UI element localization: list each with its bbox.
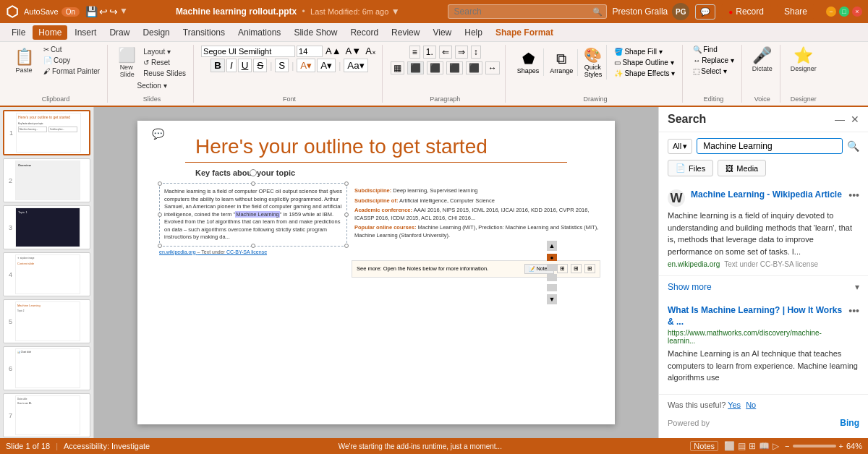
- menu-design[interactable]: Design: [137, 25, 175, 40]
- cut-button[interactable]: ✂ Cut: [41, 45, 103, 54]
- reading-view-icon[interactable]: 📖: [759, 441, 770, 451]
- slide-thumb-1[interactable]: 1 Here's your outline to get started Key…: [3, 110, 90, 155]
- font-size-input[interactable]: [297, 46, 323, 57]
- menu-transitions[interactable]: Transitions: [177, 25, 231, 40]
- align-center-button[interactable]: ⬛: [427, 61, 443, 74]
- mathworks-more-button[interactable]: •••: [848, 305, 859, 317]
- clear-format-button[interactable]: Aₓ: [364, 45, 378, 57]
- menu-shapeformat[interactable]: Shape Format: [490, 25, 559, 40]
- copy-button[interactable]: 📄 Copy: [41, 56, 103, 65]
- shape-outline-button[interactable]: ▭ Shape Outline ▾: [611, 58, 678, 67]
- text-direction-button[interactable]: ↔: [485, 61, 500, 74]
- table-icon-2[interactable]: ⊞: [571, 264, 582, 273]
- minimize-button[interactable]: −: [826, 7, 836, 17]
- search-input[interactable]: [697, 138, 843, 154]
- wiki-more-button[interactable]: •••: [848, 189, 859, 201]
- menu-animations[interactable]: Animations: [232, 25, 286, 40]
- undo-icon[interactable]: ↩: [99, 6, 108, 17]
- wiki-title[interactable]: Machine Learning - Wikipedia Article: [691, 189, 846, 201]
- search-filter-dropdown[interactable]: All ▾: [668, 139, 692, 154]
- notes-status-button[interactable]: Notes: [690, 441, 718, 451]
- font-family-input[interactable]: [201, 46, 295, 57]
- avatar[interactable]: PG: [672, 3, 689, 20]
- handle-tl[interactable]: [158, 181, 162, 186]
- menu-file[interactable]: File: [6, 25, 31, 40]
- record-button[interactable]: ● Record: [721, 4, 771, 19]
- scroll-up-arrow[interactable]: ▲: [547, 241, 557, 251]
- wiki-url[interactable]: en.wikipedia.org: [668, 260, 720, 268]
- save-icon[interactable]: 💾: [85, 6, 98, 17]
- font-size-btn[interactable]: Aa▾: [344, 59, 367, 72]
- font-color-button[interactable]: A▾: [297, 59, 315, 72]
- layout-button[interactable]: Layout ▾: [140, 47, 189, 56]
- menu-record[interactable]: Record: [344, 25, 384, 40]
- rotate-handle[interactable]: [250, 169, 257, 176]
- close-button[interactable]: ×: [852, 7, 862, 17]
- customize-icon[interactable]: ▼: [119, 6, 128, 17]
- increase-indent-button[interactable]: ⇒: [455, 46, 468, 59]
- handle-bl[interactable]: [158, 244, 162, 248]
- bold-button[interactable]: B: [210, 59, 225, 72]
- feedback-no[interactable]: No: [746, 401, 756, 409]
- replace-button[interactable]: ↔ Replace ▾: [690, 56, 736, 65]
- shape-effects-button[interactable]: ✨ Shape Effects ▾: [611, 69, 678, 78]
- align-left-button[interactable]: ⬛: [407, 61, 424, 74]
- search-minimize-icon[interactable]: —: [835, 113, 845, 125]
- menu-help[interactable]: Help: [459, 25, 488, 40]
- table-icon-3[interactable]: ⊞: [584, 264, 595, 273]
- select-button[interactable]: ⬚ Select ▾: [690, 67, 736, 76]
- show-more-row[interactable]: Show more ▾: [659, 276, 868, 298]
- normal-view-icon[interactable]: ⬜: [724, 441, 735, 451]
- presenter-view-icon[interactable]: ▷: [773, 441, 779, 451]
- mathworks-title[interactable]: What Is Machine Learning? | How It Works…: [668, 305, 846, 327]
- slide-thumb-7[interactable]: 7 Data slide How to use ML: [3, 393, 90, 437]
- table-icon-1[interactable]: ⊞: [557, 264, 568, 273]
- columns-button[interactable]: ▦: [391, 61, 404, 74]
- decrease-indent-button[interactable]: ⇐: [439, 46, 452, 59]
- dictate-button[interactable]: 🎤 Dictate: [749, 45, 775, 74]
- media-button[interactable]: 🖼 Media: [718, 160, 766, 176]
- autosave-toggle[interactable]: On: [61, 7, 80, 17]
- comment-icon-slide[interactable]: 💬: [152, 128, 164, 140]
- paste-button[interactable]: 📋 Paste: [9, 46, 39, 75]
- slide-text-box-left[interactable]: Machine learning is a field of computer …: [159, 183, 347, 247]
- handle-bm[interactable]: [251, 244, 255, 248]
- mathworks-url[interactable]: https://www.mathworks.com/discovery/mach…: [668, 329, 846, 345]
- slide-thumb-2[interactable]: 2 Overview: [3, 158, 90, 202]
- accessibility-button[interactable]: Accessibility: Investigate: [64, 442, 150, 450]
- italic-button[interactable]: I: [226, 59, 237, 72]
- search-go-button[interactable]: 🔍: [847, 140, 859, 152]
- canvas-area[interactable]: ▲ ● ▼ 💬 Here's your outline to get start…: [94, 107, 658, 438]
- share-button[interactable]: Share: [777, 4, 814, 19]
- zoom-out-button[interactable]: −: [785, 442, 789, 450]
- arrange-button[interactable]: ⧉ Arrange: [545, 49, 578, 76]
- menu-draw[interactable]: Draw: [103, 25, 135, 40]
- menu-review[interactable]: Review: [386, 25, 425, 40]
- slide-thumb-6[interactable]: 6 📊 Chart slide: [3, 346, 90, 390]
- shape-fill-button[interactable]: 🪣 Shape Fill ▾: [611, 47, 678, 56]
- format-painter-button[interactable]: 🖌 Format Painter: [41, 67, 103, 76]
- handle-tr[interactable]: [344, 181, 349, 186]
- slide-footer[interactable]: en.wikipedia.org – Text under CC-BY-SA l…: [137, 247, 615, 257]
- zoom-value[interactable]: 64%: [846, 442, 862, 450]
- strikethrough-button[interactable]: S: [253, 59, 267, 72]
- slide-thumb-4[interactable]: 4 ✈ airplane image Content slide: [3, 252, 90, 296]
- menu-home[interactable]: Home: [33, 25, 67, 40]
- shadow-button[interactable]: S: [275, 59, 289, 72]
- slide-thumb-3[interactable]: 3 Topic 1: [3, 205, 90, 249]
- decrease-font-button[interactable]: A▼: [344, 45, 363, 57]
- zoom-slider[interactable]: [793, 445, 836, 447]
- shapes-button[interactable]: ⬟ Shapes: [513, 48, 545, 76]
- footer-license[interactable]: CC-BY-SA license: [226, 249, 267, 254]
- numbering-button[interactable]: 1.: [423, 46, 436, 59]
- files-button[interactable]: 📄 Files: [668, 160, 713, 176]
- designer-button[interactable]: ⭐ Designer: [788, 45, 820, 74]
- highlight-button[interactable]: A▾: [317, 59, 336, 72]
- maximize-button[interactable]: □: [839, 7, 849, 17]
- zoom-in-button[interactable]: +: [839, 442, 843, 450]
- align-right-button[interactable]: ⬛: [446, 61, 463, 74]
- feedback-yes[interactable]: Yes: [728, 401, 741, 409]
- bullets-button[interactable]: ≡: [409, 46, 420, 59]
- comment-button[interactable]: 💬: [695, 4, 715, 20]
- title-search-input[interactable]: [448, 4, 607, 19]
